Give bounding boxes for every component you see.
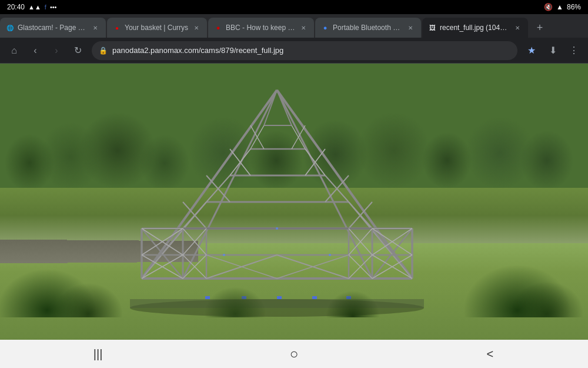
wifi-icon: ▲ bbox=[556, 3, 563, 11]
tab-close-3[interactable]: ✕ bbox=[299, 23, 308, 32]
scene bbox=[0, 64, 588, 340]
android-home-button[interactable]: ○ bbox=[196, 340, 392, 368]
address-bar[interactable]: 🔒 panodata2.panomax.com/cams/879/recent_… bbox=[92, 41, 517, 60]
pyramid-stage bbox=[106, 78, 447, 326]
bookmark-button[interactable]: ★ bbox=[522, 41, 541, 60]
tab-favicon-4: ● bbox=[321, 24, 329, 32]
tab-bar: 🌐 Glastocam! - Page 297 ✕ ● Your basket … bbox=[0, 14, 588, 38]
svg-rect-71 bbox=[346, 296, 351, 299]
more-icon: ••• bbox=[50, 4, 57, 11]
status-bar: 20:40 ▲▲ f ••• 🔇 ▲ 86% bbox=[0, 0, 588, 14]
download-button[interactable]: ⬇ bbox=[543, 41, 562, 60]
tab-bluetooth[interactable]: ● Portable Bluetooth spe... ✕ bbox=[315, 18, 421, 38]
tab-close-4[interactable]: ✕ bbox=[406, 23, 415, 32]
svg-point-74 bbox=[329, 254, 331, 256]
svg-point-72 bbox=[276, 227, 278, 230]
signal-icon: ▲▲ bbox=[28, 4, 41, 11]
tab-title-1: Glastocam! - Page 297 bbox=[18, 24, 87, 32]
tab-favicon-5: 🖼 bbox=[428, 24, 436, 32]
svg-point-73 bbox=[223, 254, 225, 256]
svg-rect-69 bbox=[277, 296, 282, 299]
tab-image[interactable]: 🖼 recent_full.jpg (10471×... ✕ bbox=[422, 18, 528, 38]
menu-button[interactable]: ⋮ bbox=[564, 41, 583, 60]
url-text: panodata2.panomax.com/cams/879/recent_fu… bbox=[112, 46, 510, 55]
android-back-button[interactable]: < bbox=[392, 340, 588, 368]
tab-close-1[interactable]: ✕ bbox=[91, 23, 100, 32]
forward-button[interactable]: › bbox=[47, 41, 66, 60]
status-bar-left: 20:40 ▲▲ f ••• bbox=[7, 3, 56, 11]
svg-line-11 bbox=[277, 90, 372, 279]
svg-line-2 bbox=[142, 90, 277, 279]
lock-icon: 🔒 bbox=[99, 47, 108, 55]
tab-close-5[interactable]: ✕ bbox=[513, 23, 522, 32]
toolbar: ⌂ ‹ › ↻ 🔒 panodata2.panomax.com/cams/879… bbox=[0, 38, 588, 64]
tab-currys[interactable]: ● Your basket | Currys ✕ bbox=[107, 18, 207, 38]
tab-close-2[interactable]: ✕ bbox=[192, 23, 201, 32]
svg-line-3 bbox=[277, 90, 412, 279]
status-bar-right: 🔇 ▲ 86% bbox=[544, 3, 581, 11]
svg-rect-1 bbox=[130, 299, 424, 308]
reload-button[interactable]: ↻ bbox=[68, 41, 87, 60]
tab-title-5: recent_full.jpg (10471×... bbox=[440, 24, 509, 32]
tab-title-4: Portable Bluetooth spe... bbox=[333, 24, 402, 32]
tab-favicon-3: ● bbox=[214, 24, 222, 32]
battery-display: 86% bbox=[567, 3, 581, 11]
tab-favicon-1: 🌐 bbox=[6, 24, 14, 32]
svg-line-10 bbox=[183, 90, 277, 279]
tab-bbc[interactable]: ● BBC - How to keep up w... ✕ bbox=[208, 18, 314, 38]
home-button[interactable]: ⌂ bbox=[5, 41, 24, 60]
image-area bbox=[0, 64, 588, 340]
facebook-icon: f bbox=[45, 4, 46, 11]
tab-title-2: Your basket | Currys bbox=[125, 24, 188, 32]
svg-line-65 bbox=[264, 90, 277, 125]
new-tab-button[interactable]: + bbox=[529, 18, 550, 38]
tab-favicon-2: ● bbox=[113, 24, 121, 32]
time-display: 20:40 bbox=[7, 3, 25, 11]
android-menu-button[interactable]: ||| bbox=[0, 340, 196, 368]
svg-rect-70 bbox=[312, 296, 317, 299]
back-button[interactable]: ‹ bbox=[26, 41, 45, 60]
tab-title-3: BBC - How to keep up w... bbox=[226, 24, 295, 32]
svg-rect-68 bbox=[242, 296, 246, 299]
android-nav-bar: ||| ○ < bbox=[0, 340, 588, 368]
svg-rect-67 bbox=[205, 296, 210, 299]
mute-icon: 🔇 bbox=[544, 3, 553, 11]
tab-glastocam[interactable]: 🌐 Glastocam! - Page 297 ✕ bbox=[0, 18, 106, 38]
